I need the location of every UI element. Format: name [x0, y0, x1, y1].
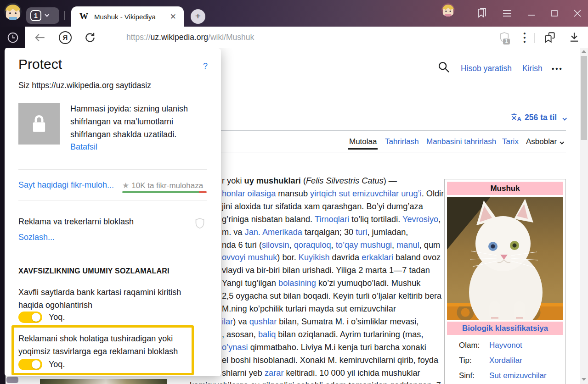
- wiki-tab-tahrirlash[interactable]: Tahrirlash: [385, 137, 419, 146]
- article-text-line: shlarni yeb zarar keltiradi. 10 000 yil …: [222, 368, 420, 381]
- plain-text: ,: [289, 240, 294, 250]
- adblock-settings-link[interactable]: Sozlash...: [18, 233, 55, 242]
- article-text-line: o’ynasi qimmatbaho. Liviya M.i kenja tur…: [222, 343, 426, 356]
- plain-text: bilan oziqlanadi. Ayrim turlarining (mas…: [276, 330, 423, 339]
- taxobox-row-value[interactable]: Hayvonot: [489, 341, 522, 350]
- shock-ads-toggle[interactable]: [18, 359, 42, 370]
- window-controls: [477, 0, 582, 27]
- wiki-link[interactable]: baliq: [258, 330, 276, 339]
- plain-text: 2,5 oygacha sut bilan boqadi. Keyin turl…: [222, 291, 441, 301]
- create-account-link[interactable]: Hisob yaratish: [461, 64, 512, 73]
- wiki-more-menu[interactable]: •••: [552, 65, 563, 72]
- taxobox-row-label: Olam:: [459, 341, 489, 350]
- url-path: /wiki/Mushuk: [208, 33, 254, 42]
- protect-help-link[interactable]: ?: [203, 61, 208, 71]
- article-text-line: g’riniga nisbatan baland. Tirnoqlari to’…: [222, 215, 441, 228]
- collections-icon[interactable]: [544, 31, 557, 46]
- wiki-link[interactable]: o’ynasi: [222, 343, 248, 352]
- maximize-icon[interactable]: [551, 10, 558, 17]
- taxobox-title: Mushuk: [447, 182, 563, 195]
- login-link[interactable]: Kirish: [522, 64, 543, 73]
- separator: [64, 11, 65, 20]
- scrollbar-thumb[interactable]: [581, 56, 587, 140]
- plain-text: vlaydi va bir-biri bilan urishadi. Yilig…: [222, 266, 430, 275]
- article-text-line: r yoki uy mushuklari (Felis Silvestris C…: [222, 176, 397, 189]
- close-icon[interactable]: [573, 9, 582, 17]
- address-bar[interactable]: https://uz.wikipedia.org/wiki/Mushuk: [126, 33, 254, 42]
- wiki-link[interactable]: ovvoyi mushuk: [222, 253, 277, 262]
- yandex-services-button[interactable]: Я: [59, 31, 72, 44]
- wiki-link[interactable]: qoraquloq: [294, 240, 331, 250]
- wiki-link[interactable]: bolasining: [278, 278, 316, 288]
- bookmarks-icon[interactable]: [477, 8, 487, 19]
- tab-close-icon[interactable]: ✕: [169, 12, 177, 22]
- wiki-link[interactable]: zarar: [265, 368, 283, 378]
- toolbar-more-button[interactable]: •••: [520, 31, 529, 44]
- wiki-link[interactable]: Yevrosiyo: [402, 215, 438, 224]
- wiki-link[interactable]: honlar oilasiga: [222, 189, 276, 198]
- sidebar-bottom-icon[interactable]: [6, 377, 18, 383]
- scrollbar-up-arrow[interactable]: [582, 50, 586, 53]
- taxobox-row-label: Sinf:: [459, 371, 489, 380]
- article-text-line: m. va Jan. Amerikada tarqalgan; 30 turi,…: [222, 228, 408, 240]
- divider: [18, 169, 207, 170]
- taxobox: Mushuk Biologik klassifikatsiya O: [444, 179, 566, 384]
- protect-title: Protect: [18, 56, 62, 72]
- profile-avatar[interactable]: [4, 3, 22, 20]
- wiki-link[interactable]: Kuyikish: [299, 253, 330, 262]
- wiki-link[interactable]: ilar: [222, 317, 233, 326]
- wiki-link[interactable]: Jan. Amerikada: [245, 228, 302, 237]
- translate-icon: A: [511, 113, 522, 122]
- menu-icon[interactable]: [502, 9, 512, 17]
- scrollbar-down-arrow[interactable]: [582, 378, 586, 381]
- details-link[interactable]: Batafsil: [70, 142, 97, 152]
- wiki-tab-mutolaa[interactable]: Mutolaa: [349, 137, 377, 146]
- site-feedback-link[interactable]: Sayt haqidagi fikr-muloh...: [18, 180, 114, 190]
- taxobox-row: Sinf:Sut emizuvchilar: [447, 371, 563, 380]
- secure-lock-tile: [18, 103, 60, 145]
- toggle-knob: [32, 360, 40, 369]
- wiki-tab-manbasini-tahrirlash[interactable]: Manbasini tahrirlash: [426, 137, 496, 146]
- lock-icon: [29, 113, 49, 134]
- sidebar-history-button[interactable]: [0, 27, 25, 48]
- wiki-link[interactable]: yirtqich sut emizuvchilar urug’i: [310, 189, 422, 198]
- wiki-link[interactable]: turi: [356, 228, 367, 237]
- shock-ads-state: Yoq.: [49, 360, 65, 369]
- protect-panel: Protect ? Siz https://uz.wikipedia.org s…: [5, 48, 221, 376]
- tab-group-counter[interactable]: 1: [26, 7, 59, 24]
- wiki-link[interactable]: Tirnoqlari: [315, 215, 349, 224]
- plain-text: ,: [438, 215, 441, 224]
- wiki-link[interactable]: qushlar: [249, 317, 277, 326]
- taxobox-row-value[interactable]: Sut emizuvchilar: [489, 371, 547, 380]
- wiki-link[interactable]: silovsin: [262, 240, 289, 250]
- kitten-photo: [447, 197, 563, 320]
- connection-status-text: Hammasi joyida: sizning ulanish shifrlan…: [70, 102, 209, 141]
- downloads-icon[interactable]: [568, 31, 580, 45]
- star-icon: ★: [122, 181, 129, 190]
- new-tab-button[interactable]: +: [191, 9, 205, 24]
- wiki-link[interactable]: manul: [396, 240, 419, 250]
- bank-warning-toggle[interactable]: [18, 312, 42, 323]
- article-text-line: el boshi hisoblanadi. Xonaki M. kemiruvc…: [222, 356, 438, 368]
- browser-tab[interactable]: W Mushuk - Vikipediya ✕: [71, 6, 184, 27]
- wiki-tab-tarix[interactable]: Tarix: [502, 137, 519, 146]
- wiki-link[interactable]: erkaklari: [362, 253, 393, 262]
- reload-button[interactable]: [84, 32, 96, 45]
- plain-text: (: [301, 176, 306, 185]
- protect-badge: 1: [503, 38, 510, 45]
- article-text-line: kemiruvchilarga ov qilganligi sababli od…: [190, 381, 441, 384]
- taxobox-row-value[interactable]: Xordalilar: [489, 356, 522, 365]
- ya-letter: Я: [63, 33, 68, 41]
- wiki-link[interactable]: to’qay mushugi: [336, 240, 392, 250]
- wiki-tab-asboblar[interactable]: Asboblar: [526, 137, 563, 146]
- minimize-icon[interactable]: [527, 9, 536, 17]
- shield-outline-icon: [194, 217, 205, 231]
- security-section-header: XAVFSIZLIKNING UMUMIY SOZLAMALARI: [18, 267, 170, 275]
- plain-text: , qum: [419, 240, 441, 250]
- wiki-search-icon[interactable]: [437, 61, 450, 75]
- back-button[interactable]: [34, 32, 46, 45]
- adblock-label: Reklama va trekerlarni bloklash: [18, 217, 134, 227]
- chevron-down-icon: [562, 116, 567, 121]
- language-selector[interactable]: A 256 ta til: [474, 113, 566, 122]
- titlebar-avatar[interactable]: [441, 3, 455, 17]
